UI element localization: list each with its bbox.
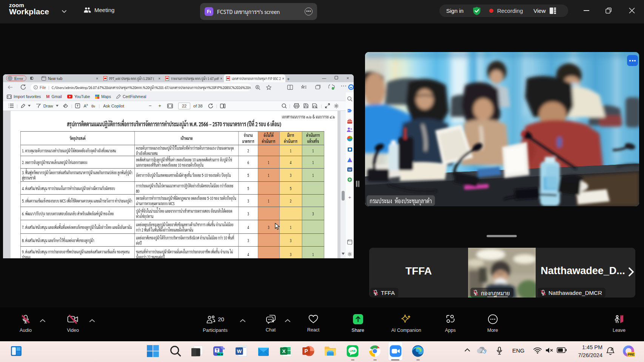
svg-text:W: W [237,348,242,354]
svg-text:NEW: NEW [217,353,223,356]
svg-text:X: X [282,348,285,354]
svg-text:LINE: LINE [350,350,356,352]
svg-text:W: W [348,168,351,172]
svg-text:PRE: PRE [628,353,635,356]
svg-text:P: P [305,348,308,354]
